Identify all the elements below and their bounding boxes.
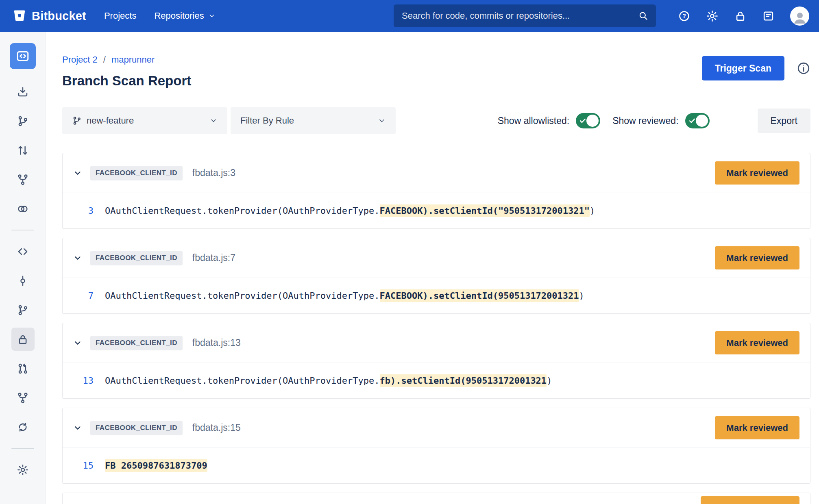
sidebar-item-fork-icon[interactable]: [11, 168, 35, 191]
rule-badge: FACEBOOK_CLIENT_ID: [90, 251, 183, 265]
filters-row: new-feature Filter By Rule Show allowlis…: [62, 107, 810, 134]
mark-reviewed-button[interactable]: [701, 496, 799, 504]
code-text: ): [547, 376, 552, 386]
show-allowlisted-toggle[interactable]: [576, 113, 600, 128]
sidebar-item-pull-requests-icon[interactable]: [11, 357, 35, 380]
collapse-chevron-icon[interactable]: [73, 254, 82, 263]
finding-card-header: FACEBOOK_CLIENT_ID fbdata.js:13 Mark rev…: [63, 323, 810, 363]
highlighted-secret-text: fb).setClientId(950513172001321: [380, 374, 547, 387]
breadcrumb: Project 2 / maprunner: [62, 54, 191, 65]
help-icon[interactable]: ?: [678, 10, 690, 22]
finding-code-row: 15 FB 2650987631873709: [63, 448, 810, 483]
rule-badge: FACEBOOK_CLIENT_ID: [90, 336, 183, 350]
chevron-down-icon: [208, 12, 216, 20]
sidebar-item-repo-avatar[interactable]: [10, 43, 36, 69]
finding-location: fbdata.js:13: [192, 337, 241, 348]
rule-badge: FACEBOOK_CLIENT_ID: [90, 166, 183, 180]
main-content: Project 2 / maprunner Branch Scan Report…: [46, 0, 819, 504]
sidebar-item-branch-icon[interactable]: [11, 298, 35, 322]
page-header-left: Project 2 / maprunner Branch Scan Report: [62, 54, 191, 89]
rule-badge: FACEBOOK_CLIENT_ID: [90, 421, 183, 435]
sidebar-item-downloads-icon[interactable]: [11, 80, 35, 103]
finding-location: fbdata.js:7: [192, 252, 235, 263]
nav-item-projects[interactable]: Projects: [104, 11, 136, 21]
code-text: OAuthClientRequest.tokenProvider(OAuthPr…: [105, 206, 380, 216]
sidebar-divider: [11, 230, 34, 230]
top-navigation: Bitbucket Projects Repositories ?: [0, 0, 819, 32]
check-icon: [688, 117, 696, 125]
svg-text:?: ?: [682, 13, 686, 19]
search-input[interactable]: [401, 10, 638, 22]
chevron-down-icon: [378, 117, 386, 125]
settings-icon[interactable]: [706, 10, 719, 22]
line-number: 15: [73, 461, 94, 471]
finding-code-row: 13 OAuthClientRequest.tokenProvider(OAut…: [63, 363, 810, 398]
line-number: 3: [73, 206, 94, 216]
sidebar-item-security-lock-icon[interactable]: [11, 328, 35, 351]
nav-item-repositories-label: Repositories: [154, 11, 204, 21]
finding-location: fbdata.js:3: [192, 167, 235, 178]
code-text: OAuthClientRequest.tokenProvider(OAuthPr…: [105, 291, 380, 301]
branch-icon: [72, 116, 82, 126]
breadcrumb-project-link[interactable]: Project 2: [62, 54, 98, 65]
rule-filter-dropdown[interactable]: Filter By Rule: [231, 107, 396, 134]
sidebar-item-forks-icon[interactable]: [11, 386, 35, 409]
findings-list: FACEBOOK_CLIENT_ID fbdata.js:3 Mark revi…: [62, 153, 810, 484]
finding-card: FACEBOOK_CLIENT_ID fbdata.js:13 Mark rev…: [62, 323, 810, 399]
finding-card: FACEBOOK_CLIENT_ID fbdata.js:3 Mark revi…: [62, 153, 810, 229]
global-search-box[interactable]: [394, 4, 656, 27]
code-text: ): [579, 291, 584, 301]
finding-card-header: FACEBOOK_CLIENT_ID fbdata.js:3 Mark revi…: [63, 153, 810, 193]
highlighted-secret-text: FACEBOOK).setClientId(950513172001321: [380, 289, 579, 302]
finding-card-partial: [62, 493, 810, 504]
mark-reviewed-button[interactable]: Mark reviewed: [715, 246, 799, 269]
show-allowlisted-label: Show allowlisted:: [498, 115, 569, 126]
line-number: 7: [73, 291, 94, 301]
page-title: Branch Scan Report: [62, 73, 191, 89]
sidebar-item-settings-icon[interactable]: [11, 458, 35, 481]
mark-reviewed-button[interactable]: Mark reviewed: [715, 331, 799, 354]
breadcrumb-repository-link[interactable]: maprunner: [111, 54, 155, 65]
highlighted-secret-text: FB 2650987631873709: [105, 459, 207, 472]
code-text: ): [590, 206, 595, 216]
chevron-down-icon: [209, 117, 218, 125]
sidebar-item-commit-icon[interactable]: [11, 269, 35, 292]
toggle-knob: [586, 115, 599, 127]
nav-item-repositories[interactable]: Repositories: [154, 11, 215, 21]
search-icon: [638, 11, 649, 21]
collapse-chevron-icon[interactable]: [73, 169, 82, 178]
page-header: Project 2 / maprunner Branch Scan Report…: [62, 54, 810, 89]
show-reviewed-toggle[interactable]: [685, 113, 710, 128]
collapse-chevron-icon[interactable]: [73, 424, 82, 432]
collapse-chevron-icon[interactable]: [73, 339, 82, 348]
mark-reviewed-button[interactable]: Mark reviewed: [715, 416, 799, 439]
sidebar-item-compare-icon[interactable]: [11, 197, 35, 220]
finding-card-header: FACEBOOK_CLIENT_ID fbdata.js:7 Mark revi…: [63, 238, 810, 278]
sidebar-nav: [0, 32, 46, 481]
changelog-icon[interactable]: [762, 10, 775, 22]
export-button[interactable]: Export: [758, 109, 810, 133]
finding-code-row: 7 OAuthClientRequest.tokenProvider(OAuth…: [63, 278, 810, 313]
sidebar-divider: [11, 448, 34, 449]
nav-item-projects-label: Projects: [104, 11, 136, 21]
info-icon[interactable]: [797, 61, 810, 75]
sidebar-item-source-icon[interactable]: [11, 240, 35, 263]
highlighted-secret-text: FACEBOOK).setClientId("950513172001321": [380, 204, 590, 217]
show-reviewed-label: Show reviewed:: [612, 115, 678, 126]
bitbucket-bucket-icon: [12, 9, 27, 23]
code-snippet: FB 2650987631873709: [105, 461, 207, 471]
rule-filter-value: Filter By Rule: [240, 115, 378, 126]
code-text: OAuthClientRequest.tokenProvider(OAuthPr…: [105, 376, 380, 386]
finding-location: fbdata.js:15: [192, 422, 241, 433]
finding-card-header: FACEBOOK_CLIENT_ID fbdata.js:15 Mark rev…: [63, 408, 810, 448]
sidebar-item-create-pull-request-icon[interactable]: [11, 139, 35, 162]
bitbucket-logo[interactable]: Bitbucket: [12, 9, 86, 23]
mark-reviewed-button[interactable]: Mark reviewed: [715, 161, 799, 185]
user-avatar[interactable]: [790, 7, 809, 26]
lock-icon[interactable]: [734, 10, 747, 22]
sidebar-item-sync-icon[interactable]: [11, 415, 35, 439]
finding-card: FACEBOOK_CLIENT_ID fbdata.js:7 Mark revi…: [62, 238, 810, 314]
branch-selector-dropdown[interactable]: new-feature: [62, 107, 227, 134]
sidebar-item-commits-graph-icon[interactable]: [11, 109, 35, 133]
trigger-scan-button[interactable]: Trigger Scan: [702, 56, 784, 80]
